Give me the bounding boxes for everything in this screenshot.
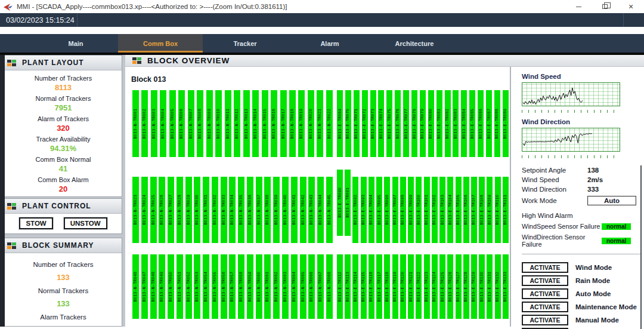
tracker-bar[interactable]: B013-E-TR108 xyxy=(479,177,485,243)
tracker-bar[interactable]: B013-E-TR072 xyxy=(362,90,368,157)
tracker-bar[interactable]: B013-N-TR030 xyxy=(194,177,200,243)
tracker-bar[interactable]: B013-N-TR015 xyxy=(262,90,268,157)
tracker-bar[interactable]: B013-N-TR022 xyxy=(326,90,333,157)
tracker-bar[interactable]: B013-E-TR118 xyxy=(384,254,390,319)
tracker-bar[interactable]: B013-N-TR026 xyxy=(159,177,165,243)
tracker-bar[interactable]: B013-N-TR060 xyxy=(256,254,262,319)
tracker-bar[interactable]: B013-E-TR100 xyxy=(416,177,422,243)
tracker-bar[interactable]: B013-E-TR122 xyxy=(416,254,422,319)
tracker-bar[interactable]: B013-N-TR028 xyxy=(177,177,183,243)
tracker-bar[interactable]: B013-N-TR020 xyxy=(308,90,314,157)
tracker-bar[interactable]: B013-E-TR115 xyxy=(361,254,367,319)
restore-icon[interactable] xyxy=(592,0,618,13)
tracker-bar[interactable]: B013-E-TR077 xyxy=(403,90,409,157)
tracker-bar[interactable]: B013-N-TR019 xyxy=(298,90,305,157)
tracker-bar[interactable]: B013-E-TR075 xyxy=(386,90,392,157)
tracker-bar[interactable]: B013-N-TR006 xyxy=(178,90,185,157)
tracker-bar[interactable]: B013-E-TR109 xyxy=(487,177,493,243)
tracker-bar[interactable]: B013-E-TR110 xyxy=(495,177,501,243)
tab-alarm[interactable]: Alarm xyxy=(287,34,372,53)
tracker-bar[interactable]: B013-E-TR117 xyxy=(376,254,382,319)
tracker-bar[interactable]: B013-E-TR097 xyxy=(392,177,398,243)
tracker-bar[interactable]: B013-E-TR113 xyxy=(345,254,351,319)
tracker-bar[interactable]: B013-E-TR120 xyxy=(400,254,406,319)
work-mode-selector[interactable]: Auto xyxy=(587,196,636,205)
tracker-bar[interactable]: B013-N-TR023 xyxy=(132,177,139,243)
tracker-bar[interactable]: B013-N-TR066 xyxy=(308,254,315,319)
tracker-bar[interactable]: B013-E-TR127 xyxy=(456,254,462,319)
tracker-bar[interactable]: B013-E-TR133 xyxy=(503,254,509,319)
tracker-bar[interactable]: B013-E-TR071 xyxy=(354,90,360,157)
tracker-bar[interactable]: B013-N-TR061 xyxy=(264,254,271,319)
tracker-bar[interactable]: B013-N-TR012 xyxy=(234,90,240,157)
tracker-bar[interactable]: B013-E-TR125 xyxy=(439,254,445,319)
tracker-bar[interactable]: B013-N-TR052 xyxy=(185,254,192,319)
tracker-bar[interactable]: B013-E-TR079 xyxy=(420,90,426,157)
tracker-bar[interactable]: B013-N-TR058 xyxy=(238,254,244,319)
tracker-bar[interactable]: B013-N-TR067 xyxy=(317,254,324,319)
tracker-bar[interactable]: B013-N-TR036 xyxy=(247,177,253,243)
tracker-bar[interactable]: B013-N-TR031 xyxy=(203,177,209,243)
tracker-bar[interactable]: B013-N-TR029 xyxy=(185,177,192,243)
tracker-bar[interactable]: B013-N-TR053 xyxy=(194,254,200,319)
tracker-bar[interactable]: B013-E-TR116 xyxy=(369,254,374,319)
tracker-bar[interactable]: B013-E-TR074 xyxy=(378,90,384,157)
tracker-bar[interactable]: B013-E-TR073 xyxy=(370,90,376,157)
tracker-bar[interactable]: B013-N-TR048 xyxy=(150,254,157,319)
tracker-bar[interactable]: B013-E-TR091 xyxy=(345,170,351,236)
tracker-bar[interactable]: B013-N-TR013 xyxy=(243,90,250,157)
tracker-bar[interactable]: B013-N-TR054 xyxy=(203,254,209,319)
tracker-bar[interactable]: B013-N-TR049 xyxy=(159,254,165,319)
tracker-bar[interactable]: B013-E-TR107 xyxy=(471,177,477,243)
tracker-bar[interactable]: B013-E-TR104 xyxy=(447,177,453,243)
tracker-bar[interactable]: B013-N-TR021 xyxy=(317,90,323,157)
tracker-bar[interactable]: B013-N-TR039 xyxy=(273,177,280,243)
tracker-bar[interactable]: B013-N-TR001 xyxy=(132,90,139,157)
tracker-bar[interactable]: B013-N-TR065 xyxy=(300,254,306,319)
tracker-bar[interactable]: B013-E-TR092 xyxy=(352,177,358,243)
tracker-bar[interactable]: B013-N-TR043 xyxy=(308,177,315,243)
tracker-bar[interactable]: B013-E-TR099 xyxy=(408,177,414,243)
tracker-bar[interactable]: B013-E-TR131 xyxy=(487,254,493,319)
tracker-bar[interactable]: B013-N-TR035 xyxy=(238,177,244,243)
tracker-bar[interactable]: B013-E-TR095 xyxy=(376,177,382,243)
tracker-bar[interactable]: B013-N-TR041 xyxy=(291,177,298,243)
tracker-bar[interactable]: B013-N-TR038 xyxy=(264,177,271,243)
tracker-bar[interactable]: B013-N-TR024 xyxy=(141,177,148,243)
tracker-bar[interactable]: B013-E-TR083 xyxy=(453,90,459,157)
tracker-bar[interactable]: B013-E-TR086 xyxy=(478,90,484,157)
tracker-bar[interactable]: B013-N-TR046 xyxy=(132,254,139,319)
tracker-bar[interactable]: B013-E-TR080 xyxy=(428,90,434,157)
tracker-bar[interactable]: B013-N-TR003 xyxy=(151,90,157,157)
stow-button[interactable]: STOW xyxy=(19,217,52,229)
tracker-bar[interactable]: B013-N-TR042 xyxy=(300,177,306,243)
tracker-bar[interactable]: B013-N-TR002 xyxy=(141,90,148,157)
tracker-bar[interactable]: B013-N-TR068 xyxy=(326,254,333,319)
tracker-bar[interactable]: B013-E-TR085 xyxy=(469,90,475,157)
tracker-bar[interactable]: B013-N-TR059 xyxy=(247,254,253,319)
tracker-bar[interactable]: B013-N-TR017 xyxy=(280,90,287,157)
tracker-bar[interactable]: B013-N-TR011 xyxy=(225,90,231,157)
tracker-bar[interactable]: B013-E-TR121 xyxy=(408,254,414,319)
tracker-bar[interactable]: B013-E-TR128 xyxy=(463,254,469,319)
tracker-bar[interactable]: B013-N-TR064 xyxy=(291,254,298,319)
tracker-bar[interactable]: B013-E-TR069 xyxy=(337,90,343,157)
tracker-bar[interactable]: B013-E-TR070 xyxy=(345,90,351,157)
tracker-bar[interactable]: B013-N-TR034 xyxy=(229,177,236,243)
tracker-bar[interactable]: B013-N-TR032 xyxy=(212,177,218,243)
tracker-bar[interactable]: B013-E-TR094 xyxy=(369,177,374,243)
unstow-button[interactable]: UNSTOW xyxy=(64,217,107,229)
activate-maintenance-mode-button[interactable]: ACTIVATE xyxy=(522,302,568,312)
tracker-bar[interactable]: B013-N-TR018 xyxy=(289,90,296,157)
tracker-bar[interactable]: B013-N-TR027 xyxy=(168,177,174,243)
tracker-bar[interactable]: B013-E-TR088 xyxy=(494,90,500,157)
tracker-bar[interactable]: B013-N-TR051 xyxy=(177,254,183,319)
tracker-bar[interactable]: B013-E-TR123 xyxy=(424,254,430,319)
tracker-bar[interactable]: B013-E-TR098 xyxy=(400,177,406,243)
tracker-bar[interactable]: B013-E-TR093 xyxy=(361,177,367,243)
tracker-bar[interactable]: B013-E-TR076 xyxy=(395,90,401,157)
activate-rain-mode-button[interactable]: ACTIVATE xyxy=(522,275,568,286)
tracker-bar[interactable]: B013-E-TR087 xyxy=(486,90,492,157)
tracker-bar[interactable]: B013-N-TR057 xyxy=(229,254,236,319)
tracker-bar[interactable]: B013-N-TR008 xyxy=(197,90,203,157)
